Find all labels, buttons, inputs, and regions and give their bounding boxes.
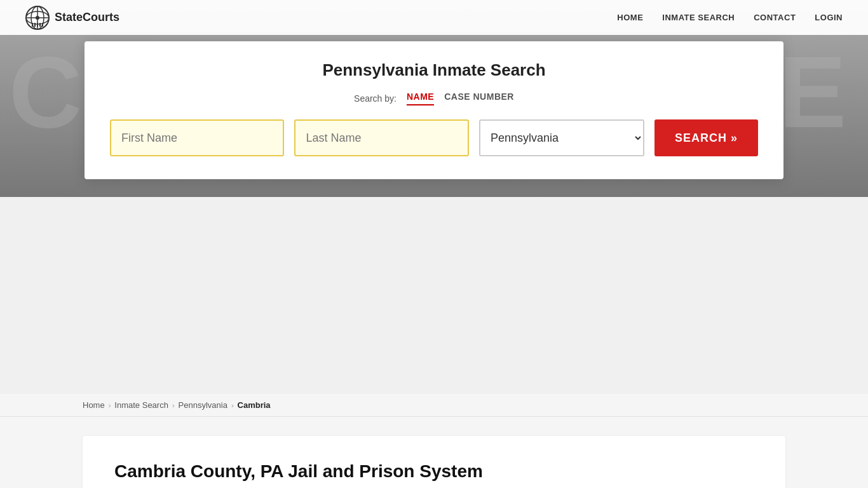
breadcrumb-state[interactable]: Pennsylvania [179,400,227,410]
nav-contact[interactable]: CONTACT [754,13,796,22]
nav-login[interactable]: LOGIN [815,13,843,22]
tab-case-number[interactable]: CASE NUMBER [444,92,514,105]
search-button[interactable]: SEARCH » [654,119,758,156]
county-title: Cambria County, PA Jail and Prison Syste… [114,461,754,482]
svg-rect-7 [34,23,36,27]
logo-icon [25,6,50,30]
site-logo[interactable]: StateCourts [25,6,119,30]
breadcrumb-sep-2: › [172,402,175,409]
nav-home[interactable]: HOME [617,13,643,22]
logo-text: StateCourts [55,11,119,24]
top-navigation: StateCourts HOME INMATE SEARCH CONTACT L… [0,0,868,35]
breadcrumb-current: Cambria [238,400,271,410]
search-card: Pennsylvania Inmate Search Search by: NA… [85,41,783,179]
breadcrumb-inmate-search[interactable]: Inmate Search [114,400,168,410]
search-by-row: Search by: NAME CASE NUMBER [110,92,758,105]
breadcrumb-sep-3: › [231,402,234,409]
breadcrumb: Home › Inmate Search › Pennsylvania › Ca… [0,394,868,417]
breadcrumb-sep-1: › [109,402,111,409]
first-name-input[interactable] [110,119,284,156]
search-card-title: Pennsylvania Inmate Search [110,60,758,80]
nav-links: HOME INMATE SEARCH CONTACT LOGIN [617,13,843,22]
content-card: Cambria County, PA Jail and Prison Syste… [83,436,785,488]
breadcrumb-home[interactable]: Home [83,400,105,410]
search-inputs-row: AlabamaAlaskaArizonaArkansasCaliforniaCo… [110,119,758,156]
last-name-input[interactable] [294,119,468,156]
nav-inmate-search[interactable]: INMATE SEARCH [662,13,735,22]
svg-rect-6 [32,23,33,27]
header: COURTHOUSE StateCourts HOME INMATE [0,0,868,197]
svg-rect-10 [42,23,43,27]
tab-name[interactable]: NAME [407,92,434,105]
main-content: Cambria County, PA Jail and Prison Syste… [0,417,868,488]
state-select[interactable]: AlabamaAlaskaArizonaArkansasCaliforniaCo… [479,119,644,156]
search-by-label: Search by: [354,93,397,104]
svg-rect-9 [39,23,41,27]
svg-rect-8 [37,23,38,27]
